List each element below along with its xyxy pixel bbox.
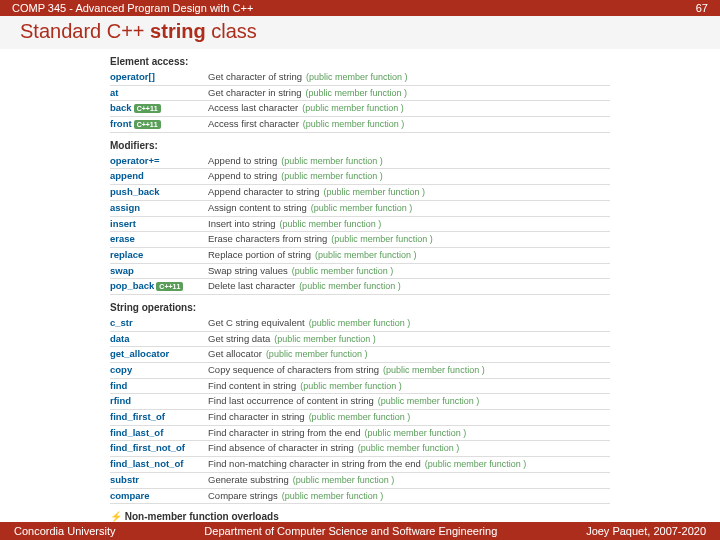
function-tag: (public member function ) — [303, 119, 405, 129]
function-row: assignAssign content to string(public me… — [110, 201, 610, 217]
function-name: at — [110, 87, 208, 100]
function-tag: (public member function ) — [306, 72, 408, 82]
function-row: rfindFind last occurrence of content in … — [110, 394, 610, 410]
course-header: COMP 345 - Advanced Program Design with … — [0, 0, 720, 16]
function-tag: (public member function ) — [305, 88, 407, 98]
function-name: c_str — [110, 317, 208, 330]
footer-right: Joey Paquet, 2007-2020 — [586, 525, 706, 537]
function-desc: Append to string(public member function … — [208, 170, 383, 183]
function-tag: (public member function ) — [365, 428, 467, 438]
function-name: rfind — [110, 395, 208, 408]
function-row: pop_backC++11Delete last character(publi… — [110, 279, 610, 295]
function-row: backC++11Access last character(public me… — [110, 101, 610, 117]
function-desc: Access first character(public member fun… — [208, 118, 404, 131]
function-desc: Find absence of character in string(publ… — [208, 442, 459, 455]
function-row: replaceReplace portion of string(public … — [110, 248, 610, 264]
function-row: frontC++11Access first character(public … — [110, 117, 610, 133]
function-desc: Copy sequence of characters from string(… — [208, 364, 485, 377]
function-desc: Delete last character(public member func… — [208, 280, 401, 293]
function-row: operator[]Get character of string(public… — [110, 70, 610, 86]
function-desc: Find character in string from the end(pu… — [208, 427, 466, 440]
function-name: get_allocator — [110, 348, 208, 361]
function-desc: Insert into string(public member functio… — [208, 218, 381, 231]
section-heading: Element access: — [110, 55, 610, 68]
function-tag: (public member function ) — [302, 103, 404, 113]
function-desc: Append to string(public member function … — [208, 155, 383, 168]
function-name: operator[] — [110, 71, 208, 84]
function-tag: (public member function ) — [309, 412, 411, 422]
function-desc: Find character in string(public member f… — [208, 411, 410, 424]
function-name: pop_backC++11 — [110, 280, 208, 293]
slide-footer: Concordia University Department of Compu… — [0, 522, 720, 540]
function-name: erase — [110, 233, 208, 246]
cxx11-badge: C++11 — [134, 120, 161, 129]
function-tag: (public member function ) — [383, 365, 485, 375]
slide-title: Standard C++ string class — [0, 16, 720, 49]
function-row: appendAppend to string(public member fun… — [110, 169, 610, 185]
function-tag: (public member function ) — [292, 266, 394, 276]
function-name: append — [110, 170, 208, 183]
function-name: substr — [110, 474, 208, 487]
function-row: findFind content in string(public member… — [110, 379, 610, 395]
function-tag: (public member function ) — [300, 381, 402, 391]
function-tag: (public member function ) — [280, 219, 382, 229]
function-tag: (public member function ) — [425, 459, 527, 469]
function-tag: (public member function ) — [378, 396, 480, 406]
function-row: c_strGet C string equivalent(public memb… — [110, 316, 610, 332]
function-name: frontC++11 — [110, 118, 208, 131]
function-row: compareCompare strings(public member fun… — [110, 489, 610, 505]
function-row: push_backAppend character to string(publ… — [110, 185, 610, 201]
function-tag: (public member function ) — [323, 187, 425, 197]
function-tag: (public member function ) — [281, 171, 383, 181]
page-number: 67 — [696, 2, 708, 14]
function-tag: (public member function ) — [266, 349, 368, 359]
function-row: find_last_not_ofFind non-matching charac… — [110, 457, 610, 473]
function-tag: (public member function ) — [311, 203, 413, 213]
function-row: swapSwap string values(public member fun… — [110, 264, 610, 280]
function-tag: (public member function ) — [358, 443, 460, 453]
function-tag: (public member function ) — [315, 250, 417, 260]
function-name: swap — [110, 265, 208, 278]
function-desc: Swap string values(public member functio… — [208, 265, 393, 278]
function-tag: (public member function ) — [331, 234, 433, 244]
function-tag: (public member function ) — [299, 281, 401, 291]
function-name: operator+= — [110, 155, 208, 168]
function-name: compare — [110, 490, 208, 503]
function-name: find — [110, 380, 208, 393]
section-heading: Modifiers: — [110, 139, 610, 152]
function-desc: Access last character(public member func… — [208, 102, 404, 115]
function-name: data — [110, 333, 208, 346]
function-desc: Compare strings(public member function ) — [208, 490, 383, 503]
footer-left: Concordia University — [14, 525, 115, 537]
function-tag: (public member function ) — [293, 475, 395, 485]
cxx11-badge: C++11 — [134, 104, 161, 113]
course-code: COMP 345 - Advanced Program Design with … — [12, 2, 253, 14]
function-tag: (public member function ) — [309, 318, 411, 328]
function-name: copy — [110, 364, 208, 377]
function-row: copyCopy sequence of characters from str… — [110, 363, 610, 379]
function-desc: Append character to string(public member… — [208, 186, 425, 199]
function-row: dataGet string data(public member functi… — [110, 332, 610, 348]
function-desc: Find content in string(public member fun… — [208, 380, 402, 393]
function-name: insert — [110, 218, 208, 231]
function-name: find_last_not_of — [110, 458, 208, 471]
function-row: get_allocatorGet allocator(public member… — [110, 347, 610, 363]
reference-table: Element access:operator[]Get character o… — [0, 55, 720, 540]
function-row: find_first_not_ofFind absence of charact… — [110, 441, 610, 457]
function-name: find_first_not_of — [110, 442, 208, 455]
function-row: find_first_ofFind character in string(pu… — [110, 410, 610, 426]
function-desc: Get character of string(public member fu… — [208, 71, 408, 84]
function-row: operator+=Append to string(public member… — [110, 154, 610, 170]
function-name: find_last_of — [110, 427, 208, 440]
function-name: find_first_of — [110, 411, 208, 424]
function-desc: Erase characters from string(public memb… — [208, 233, 433, 246]
function-row: atGet character in string(public member … — [110, 86, 610, 102]
function-row: substrGenerate substring(public member f… — [110, 473, 610, 489]
function-tag: (public member function ) — [281, 156, 383, 166]
function-desc: Assign content to string(public member f… — [208, 202, 412, 215]
function-name: push_back — [110, 186, 208, 199]
section-heading: String operations: — [110, 301, 610, 314]
function-tag: (public member function ) — [282, 491, 384, 501]
function-desc: Replace portion of string(public member … — [208, 249, 417, 262]
function-name: assign — [110, 202, 208, 215]
